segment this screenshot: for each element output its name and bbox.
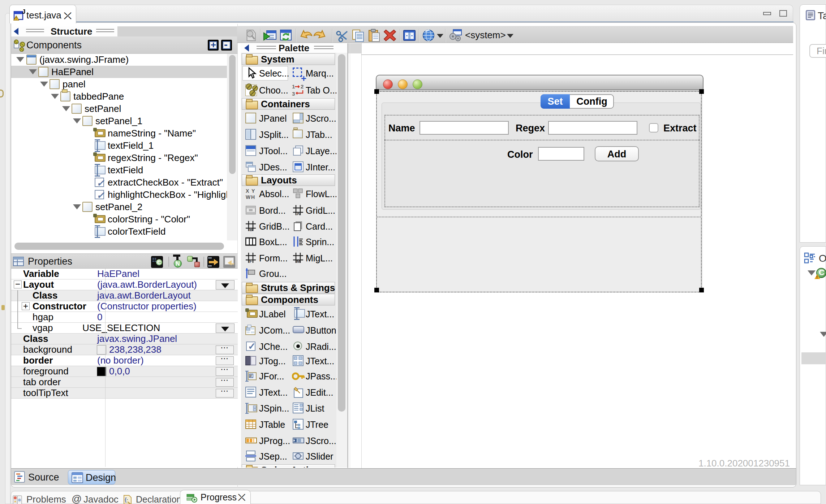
svg-text:F: F	[249, 258, 252, 263]
svg-text:J: J	[22, 9, 25, 15]
svg-text:1: 1	[292, 84, 295, 90]
svg-text:A: A	[297, 211, 300, 216]
svg-text:B: B	[249, 227, 253, 231]
svg-text:M: M	[296, 258, 300, 263]
svg-text:3: 3	[292, 91, 295, 97]
svg-text:Y: Y	[251, 188, 255, 194]
svg-text:H: H	[251, 194, 255, 200]
svg-text:2: 2	[301, 84, 304, 90]
svg-text:!: !	[16, 17, 17, 21]
svg-text:X: X	[246, 188, 249, 194]
svg-text:W: W	[246, 194, 251, 200]
svg-text:#: #	[250, 374, 252, 378]
